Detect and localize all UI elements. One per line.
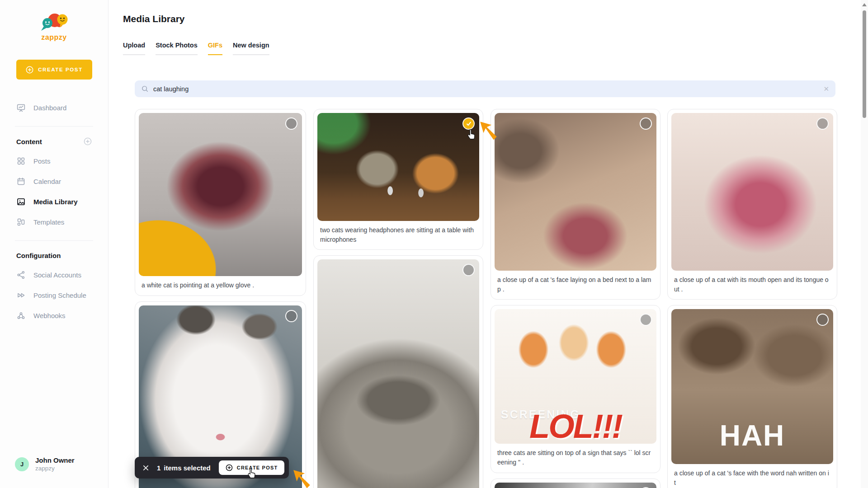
sidebar-item-media-library[interactable]: Media Library [0, 192, 108, 212]
selection-label: items selected [164, 464, 210, 472]
clear-selection-button[interactable] [142, 464, 150, 472]
image-overlay-text: HAH [671, 419, 833, 452]
gif-caption: two cats wearing headphones are sitting … [317, 221, 479, 246]
user-name: John Owner [35, 456, 75, 465]
selection-count: 1 [157, 464, 160, 472]
vertical-scrollbar[interactable] [861, 0, 868, 488]
gif-caption: a close up of a cat 's face laying on a … [495, 271, 656, 296]
brand-name: zappzy [27, 33, 81, 42]
grid-icon [16, 156, 26, 166]
select-checkbox[interactable] [285, 117, 297, 130]
tab-gifs[interactable]: GIFs [208, 42, 222, 55]
gif-caption: a close up of a cat with its mouth open … [671, 271, 833, 296]
zappzy-logo-icon [37, 12, 72, 33]
page-title: Media Library [123, 14, 185, 24]
content-section-header: Content [0, 135, 108, 151]
sidebar-item-webhooks[interactable]: Webhooks [0, 305, 108, 326]
gif-caption: three cats are sitting on top of a sign … [495, 444, 656, 469]
section-title: Content [16, 138, 42, 145]
gif-card[interactable] [491, 479, 660, 488]
sidebar-item-label: Social Accounts [33, 271, 81, 279]
gif-caption: a white cat is pointing at a yellow glov… [139, 276, 302, 292]
gif-thumbnail[interactable] [495, 483, 656, 488]
workspace-name: zappzy [35, 465, 75, 472]
gif-thumbnail[interactable] [317, 259, 479, 488]
create-post-from-selection-button[interactable]: CREATE POST [219, 460, 285, 475]
sidebar-item-posting-schedule[interactable]: Posting Schedule [0, 285, 108, 305]
sidebar-item-label: Calendar [33, 178, 61, 185]
layout-icon [16, 217, 26, 227]
gif-thumbnail[interactable] [139, 113, 302, 276]
sidebar-item-social-accounts[interactable]: Social Accounts [0, 265, 108, 285]
avatar: J [15, 457, 29, 471]
gif-card-selected[interactable]: two cats wearing headphones are sitting … [313, 109, 483, 250]
gif-card[interactable]: a white cat is pointing at a yellow glov… [135, 109, 306, 296]
gif-thumbnail[interactable] [671, 113, 833, 271]
main-content: Media Library Upload Stock Photos GIFs N… [109, 0, 861, 488]
gif-thumbnail[interactable]: HAH [671, 309, 833, 464]
gif-card[interactable] [313, 255, 483, 488]
webhook-icon [16, 311, 26, 320]
app-logo: zappzy [27, 12, 81, 42]
search-input[interactable] [153, 85, 823, 93]
sidebar-item-label: Posts [33, 157, 51, 165]
sidebar-item-label: Dashboard [33, 104, 66, 112]
select-checkbox[interactable] [816, 314, 829, 326]
calendar-icon [16, 177, 26, 186]
plus-circle-icon [226, 464, 233, 471]
gif-thumbnail[interactable] [317, 113, 479, 221]
add-content-icon[interactable] [84, 137, 92, 145]
checkmark-icon [466, 121, 472, 127]
create-post-button[interactable]: CREATE POST [16, 60, 92, 80]
clear-search-icon[interactable]: ✕ [823, 85, 829, 92]
select-checkbox[interactable] [285, 310, 297, 322]
sidebar-item-calendar[interactable]: Calendar [0, 171, 108, 192]
create-post-label: CREATE POST [237, 465, 278, 470]
gif-thumbnail[interactable]: SCREENING LOL!!! [495, 309, 656, 444]
gallery-column: a white cat is pointing at a yellow glov… [135, 109, 306, 488]
select-checkbox-checked[interactable] [462, 117, 475, 130]
user-profile[interactable]: J John Owner zappzy [15, 456, 75, 472]
image-overlay-text: LOL!!! [495, 407, 656, 444]
divider [15, 126, 93, 127]
tab-new-design[interactable]: New design [233, 42, 269, 55]
section-title: Configuration [16, 252, 61, 259]
gallery-column: a close up of a cat 's face laying on a … [491, 109, 660, 488]
close-icon [142, 464, 150, 472]
gallery-column: two cats wearing headphones are sitting … [313, 109, 483, 488]
sidebar-item-templates[interactable]: Templates [0, 212, 108, 232]
select-checkbox[interactable] [640, 314, 652, 326]
sidebar-item-label: Templates [33, 218, 64, 226]
scroll-up-arrow-icon[interactable] [862, 3, 867, 6]
select-checkbox[interactable] [640, 117, 652, 130]
configuration-section-header: Configuration [0, 249, 108, 265]
plus-circle-icon [26, 66, 33, 74]
sidebar-item-label: Media Library [33, 198, 78, 206]
scrollbar-thumb[interactable] [863, 10, 866, 118]
sidebar-item-label: Posting Schedule [33, 291, 86, 299]
gif-card[interactable]: a close up of a cat 's face laying on a … [491, 109, 660, 300]
tab-stock-photos[interactable]: Stock Photos [156, 42, 198, 55]
select-checkbox[interactable] [462, 264, 475, 276]
gif-card[interactable]: HAH a close up of a cat 's face with the… [667, 305, 837, 488]
gif-thumbnail[interactable] [495, 113, 656, 271]
presentation-chart-icon [16, 103, 26, 113]
sidebar-item-dashboard[interactable]: Dashboard [0, 98, 108, 118]
sidebar-item-posts[interactable]: Posts [0, 151, 108, 171]
gallery-column: a close up of a cat with its mouth open … [667, 109, 837, 488]
tab-upload[interactable]: Upload [123, 42, 145, 55]
search-bar[interactable]: ✕ [135, 80, 835, 97]
select-checkbox[interactable] [816, 117, 829, 130]
gif-card[interactable]: a close up of a cat with its mouth open … [667, 109, 837, 300]
tab-bar: Upload Stock Photos GIFs New design [123, 42, 269, 55]
create-post-label: CREATE POST [38, 67, 83, 72]
search-icon [141, 85, 149, 93]
sidebar: zappzy CREATE POST Dashboard Content [0, 0, 108, 488]
share-network-icon [16, 270, 26, 280]
fast-forward-icon [16, 291, 26, 300]
gif-caption: a close up of a cat 's face with the wor… [671, 464, 833, 488]
image-icon [16, 197, 26, 206]
gif-card[interactable]: SCREENING LOL!!! three cats are sitting … [491, 305, 660, 473]
selection-toolbar: 1 items selected CREATE POST [135, 457, 289, 479]
app-window: zappzy CREATE POST Dashboard Content [0, 0, 868, 488]
